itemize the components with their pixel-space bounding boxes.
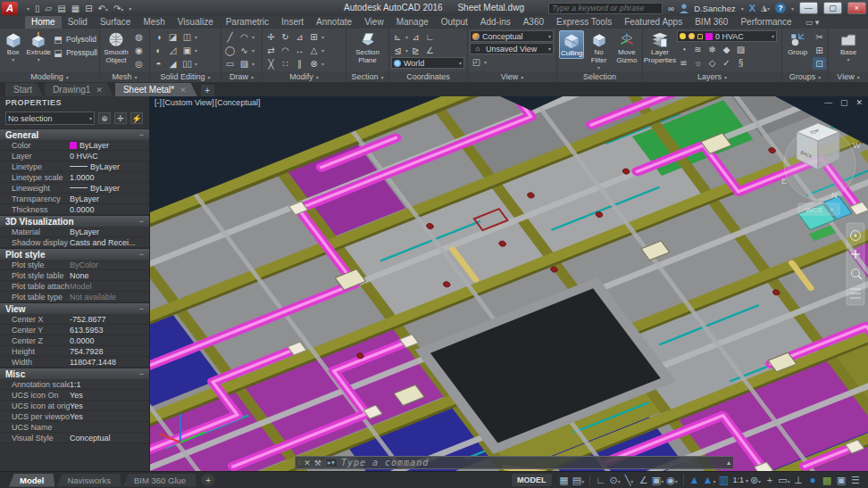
file-tab-drawing1[interactable]: Drawing1✕ xyxy=(45,83,113,96)
modify-mirror-icon[interactable]: ⇄ xyxy=(264,44,278,56)
ribbon-tab-insert[interactable]: Insert xyxy=(275,16,310,29)
command-grip-icon[interactable]: ⁞ xyxy=(298,459,300,467)
clean-screen-icon[interactable]: ▣ xyxy=(834,475,848,486)
layer-lock-tool-icon[interactable]: ◆ xyxy=(720,43,733,55)
ribbon-tab-parametric[interactable]: Parametric xyxy=(220,16,275,29)
property-row[interactable]: Thickness0.0000 xyxy=(0,204,149,215)
viewport-view-control[interactable]: [Custom View] xyxy=(163,98,214,107)
property-row[interactable]: Height754.7928 xyxy=(0,346,149,357)
property-row[interactable]: UCS icon at originYes xyxy=(0,401,149,411)
property-row[interactable]: Plot table attach...Model xyxy=(0,281,149,292)
layer-properties-button[interactable]: Layer Properties xyxy=(645,30,675,65)
modify-array-icon[interactable]: ∷ xyxy=(279,57,292,70)
panel-label-selection[interactable]: Selection xyxy=(557,71,642,82)
snap-mode-icon[interactable]: ▤▾ xyxy=(572,475,586,486)
ribbon-tab-featured-apps[interactable]: Featured Apps xyxy=(618,16,689,29)
subtract-icon[interactable]: ◐ xyxy=(152,44,165,56)
layer-combo[interactable]: 0 HVAC ▾ xyxy=(677,30,777,42)
modify-explode-icon[interactable]: ⊗ xyxy=(307,57,321,70)
annotation-autoscale-icon[interactable]: ▲▾ xyxy=(702,474,717,486)
panel-label-draw[interactable]: Draw▾ xyxy=(221,71,262,82)
ucs-previous-icon[interactable]: ⊴ xyxy=(391,44,405,56)
ucs-combo[interactable]: World▾ xyxy=(391,57,464,69)
modify-scale-icon[interactable]: △ xyxy=(307,44,321,56)
mesh-smooth-more-icon[interactable]: ◎ xyxy=(132,57,146,70)
file-tab-sheet-metal[interactable]: Sheet Metal*✕ xyxy=(115,83,197,96)
presspull-button[interactable]: ⬓Presspull xyxy=(53,46,97,59)
property-row[interactable]: Plot styleByColor xyxy=(0,260,149,270)
exchange-apps-icon[interactable]: X xyxy=(749,3,755,13)
ribbon-tab-mesh[interactable]: Mesh xyxy=(137,16,171,29)
layer-isolate-icon[interactable]: ≋ xyxy=(691,43,705,55)
draw-rectangle-icon[interactable]: ▭ xyxy=(223,57,237,70)
ribbon-tab-home[interactable]: Home xyxy=(25,16,62,29)
grid-display-icon[interactable]: ▦ xyxy=(557,475,572,486)
section-plane-button[interactable]: Section Plane xyxy=(349,30,387,65)
extrude-button[interactable]: Extrude▾ xyxy=(26,30,51,62)
property-row[interactable]: Center Y613.5953 xyxy=(0,325,149,335)
signed-in-user[interactable]: D.Sanchez xyxy=(694,4,735,13)
layer-unlock-icon[interactable]: ◇ xyxy=(705,56,719,69)
3d-status-icon[interactable]: ⊥ xyxy=(791,475,805,486)
viewport-style-control[interactable]: [Conceptual] xyxy=(215,98,261,107)
panel-label-solid-editing[interactable]: Solid Editing▾ xyxy=(150,71,221,82)
display-monitor-icon[interactable]: ▭▾ xyxy=(777,475,791,486)
union-icon[interactable]: ◑ xyxy=(152,30,165,43)
customization-menu-icon[interactable]: ☰ xyxy=(848,475,863,486)
object-snap-tracking-icon[interactable]: ∠ xyxy=(637,475,651,486)
panel-label-modify[interactable]: Modify▾ xyxy=(263,71,346,82)
property-row[interactable]: Annotation scale1:1 xyxy=(0,379,149,390)
visual-style-combo[interactable]: Conceptual▾ xyxy=(470,30,554,42)
ribbon-tab-view[interactable]: View xyxy=(358,16,390,29)
modify-rotate-icon[interactable]: ↻ xyxy=(279,30,292,43)
close-tab-icon[interactable]: ✕ xyxy=(96,86,103,95)
app-menu-arrow-icon[interactable]: ▾ xyxy=(27,5,29,12)
smooth-object-button[interactable]: Smooth Object xyxy=(102,30,130,65)
move-gizmo-button[interactable]: Move Gizmo xyxy=(613,30,640,65)
ribbon-tab-a360[interactable]: A360 xyxy=(517,16,550,29)
separate-icon[interactable]: ▯▯ xyxy=(180,57,194,70)
autocad-logo-icon[interactable]: A xyxy=(2,2,18,15)
base-button[interactable]: Base▾ xyxy=(833,30,864,62)
window-close-button[interactable]: × xyxy=(847,2,866,14)
new-tab-button[interactable]: + xyxy=(201,85,214,96)
ribbon-tab-annotate[interactable]: Annotate xyxy=(310,16,358,29)
property-row[interactable]: Center Z0.0000 xyxy=(0,335,149,346)
workspace-gear-icon[interactable]: ⊛▾ xyxy=(748,475,763,486)
property-row[interactable]: Layer0 HVAC xyxy=(0,151,149,161)
layer-current-icon[interactable]: ✓ xyxy=(720,56,733,69)
modify-copy-icon[interactable]: ⊞ xyxy=(307,30,321,43)
section-header-misc[interactable]: Misc− xyxy=(0,368,149,379)
search-binoculars-icon[interactable]: ∞ xyxy=(668,4,674,13)
modify-erase-icon[interactable]: ╳ xyxy=(264,57,278,70)
ribbon-tab-bim360[interactable]: BIM 360 xyxy=(689,16,734,29)
draw-spline-icon[interactable]: ∿ xyxy=(238,44,251,56)
property-row[interactable]: UCS per viewportYes xyxy=(0,411,149,422)
layer-thaw-icon[interactable]: ☼ xyxy=(691,56,705,69)
new-layout-button[interactable]: + xyxy=(201,474,215,486)
selection-type-combo[interactable]: No selection▾ xyxy=(5,112,95,125)
ucs-world-icon[interactable]: ⊿ xyxy=(409,30,422,43)
help-search-input[interactable] xyxy=(548,3,663,14)
property-row[interactable]: MaterialByLayer xyxy=(0,227,149,237)
section-header-view[interactable]: View− xyxy=(0,302,149,314)
intersect-icon[interactable]: ◓ xyxy=(152,57,165,70)
isolate-objects-icon[interactable]: + xyxy=(763,475,777,485)
layout-tab-bim360glue[interactable]: BIM 360 Glue xyxy=(123,474,196,487)
3d-object-snap-icon[interactable]: ◉▾ xyxy=(665,475,680,486)
layer-off-icon[interactable]: ◔ xyxy=(677,43,690,55)
window-minimize-button[interactable]: — xyxy=(799,2,818,14)
fillet-edge-icon[interactable]: ◿ xyxy=(166,44,179,56)
group-edit-icon[interactable]: ⊞ xyxy=(813,44,826,56)
draw-circle-icon[interactable]: ◯ xyxy=(223,44,237,56)
redo-icon[interactable]: ↷▾ xyxy=(113,4,123,13)
object-snap-icon[interactable]: ▣▾ xyxy=(651,475,665,486)
window-restore-button[interactable]: ▢ xyxy=(823,2,842,14)
ucs-z-axis-icon[interactable]: ∠ xyxy=(423,44,437,56)
close-tab-icon[interactable]: ✕ xyxy=(179,86,187,95)
modify-stretch-icon[interactable]: ↔ xyxy=(293,44,306,56)
property-row[interactable]: TransparencyByLayer xyxy=(0,194,149,204)
viewport-menu-control[interactable]: [-] xyxy=(154,98,162,107)
ribbon-display-toggle-icon[interactable]: ▭ ▾ xyxy=(805,16,820,29)
panel-label-groups[interactable]: Groups▾ xyxy=(782,71,828,82)
